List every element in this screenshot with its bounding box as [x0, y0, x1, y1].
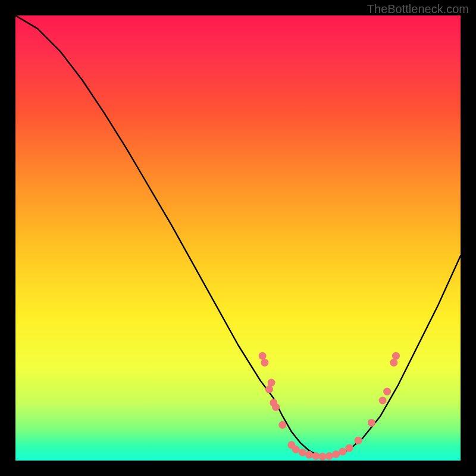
- sample-point: [355, 437, 362, 444]
- sample-points: [259, 352, 400, 461]
- bottleneck-curve: [15, 15, 461, 456]
- sample-point: [390, 359, 397, 367]
- watermark-text: TheBottleneck.com: [367, 2, 469, 16]
- sample-point: [346, 444, 353, 452]
- sample-point: [265, 386, 273, 393]
- sample-point: [379, 397, 387, 405]
- sample-point: [319, 453, 327, 461]
- sample-point: [299, 449, 306, 456]
- sample-point: [259, 352, 267, 360]
- chart-overlay: [15, 15, 461, 461]
- sample-point: [383, 388, 391, 396]
- sample-point: [268, 379, 275, 387]
- sample-point: [339, 448, 346, 456]
- sample-point: [261, 359, 268, 367]
- sample-point: [272, 403, 280, 411]
- sample-point: [392, 352, 400, 360]
- sample-point: [278, 421, 286, 429]
- sample-point: [368, 419, 375, 427]
- sample-point: [332, 450, 340, 458]
- sample-point: [325, 452, 333, 460]
- sample-point: [312, 452, 320, 460]
- sample-point: [292, 446, 300, 453]
- plot-area: [15, 15, 461, 461]
- sample-point: [305, 451, 313, 459]
